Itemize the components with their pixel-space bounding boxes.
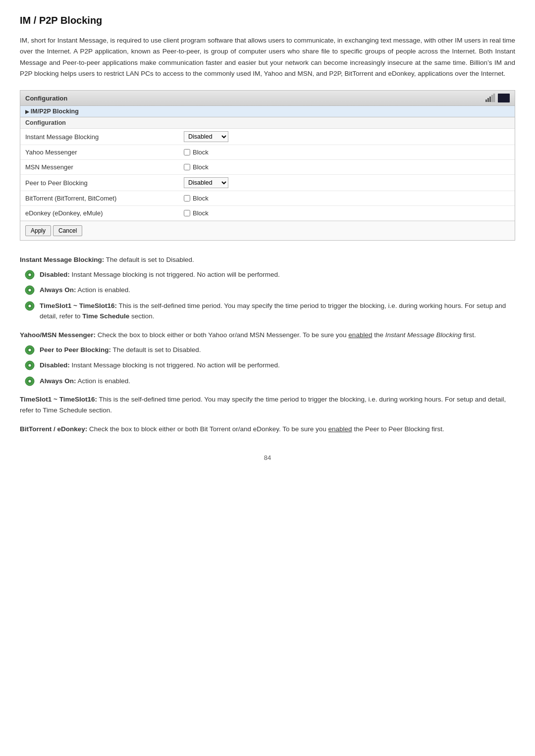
yahoo-msn-italic: Instant Message Blocking bbox=[385, 331, 462, 339]
msn-block-checkbox-label[interactable]: Block bbox=[184, 163, 209, 171]
bullet-disabled-text: Disabled: Instant Message blocking is no… bbox=[40, 269, 280, 280]
bittorrent-block-checkbox-label[interactable]: Block bbox=[184, 195, 209, 202]
bittorrent-label: BitTorrent (BitTorrent, BitComet) bbox=[25, 195, 184, 202]
svg-point-13 bbox=[29, 304, 31, 307]
bullet-disabled: Disabled: Instant Message blocking is no… bbox=[25, 269, 515, 280]
yahoo-msn-text1: Check the box to block either or both Ya… bbox=[98, 331, 349, 339]
config-sub-header: Configuration bbox=[20, 117, 515, 129]
bittorrent-text2: the Peer to Peer Blocking first. bbox=[354, 425, 444, 433]
p2p-blocking-select[interactable]: Disabled Always On TimeSlot1 TimeSlot2 bbox=[184, 177, 228, 188]
svg-rect-1 bbox=[487, 98, 489, 102]
im-blocking-desc: Instant Message Blocking: The default is… bbox=[20, 254, 515, 322]
msn-block-checkbox[interactable] bbox=[184, 164, 190, 170]
p2p-bullets-list: Peer to Peer Blocking: The default is se… bbox=[25, 345, 515, 387]
im-blocking-desc-heading: Instant Message Blocking: The default is… bbox=[20, 254, 515, 265]
yahoo-msn-text2: the bbox=[374, 331, 385, 339]
bittorrent-desc-para: BitTorrent / eDonkey: Check the box to b… bbox=[20, 424, 515, 435]
bittorrent-heading: BitTorrent / eDonkey: bbox=[20, 425, 87, 433]
timeslot-heading: TimeSlot1 ~ TimeSlot16: bbox=[20, 396, 97, 403]
cancel-button[interactable]: Cancel bbox=[53, 225, 82, 236]
p2p-blocking-label: Peer to Peer Blocking bbox=[25, 179, 184, 187]
bittorrent-text1: Check the box to block either or both Bi… bbox=[89, 425, 328, 433]
bullet-icon-p2p bbox=[25, 345, 35, 355]
svg-rect-4 bbox=[493, 94, 495, 102]
svg-rect-0 bbox=[485, 100, 487, 102]
signal-icon bbox=[485, 94, 496, 102]
msn-block-text: Block bbox=[193, 163, 209, 171]
yahoo-msn-underline: enabled bbox=[348, 331, 372, 339]
bullet-icon-p2p-disabled bbox=[25, 360, 35, 370]
im-blocking-row: Instant Message Blocking Disabled Always… bbox=[20, 129, 515, 145]
intro-paragraph: IM, short for Instant Message, is requir… bbox=[20, 35, 515, 79]
im-blocking-desc-bold: Instant Message Blocking: bbox=[20, 256, 104, 263]
bullet-p2p-disabled: Disabled: Instant Message blocking is no… bbox=[25, 360, 515, 371]
im-blocking-value: Disabled Always On TimeSlot1 TimeSlot2 bbox=[184, 131, 228, 142]
bullet-timeslot: TimeSlot1 ~ TimeSlot16: This is the self… bbox=[25, 301, 515, 322]
yahoo-block-text: Block bbox=[193, 149, 209, 156]
bittorrent-row: BitTorrent (BitTorrent, BitComet) Block bbox=[20, 191, 515, 206]
bullet-p2p-disabled-text: Disabled: Instant Message blocking is no… bbox=[40, 360, 280, 371]
svg-rect-2 bbox=[489, 97, 491, 102]
pc-icon bbox=[498, 94, 510, 102]
page-title: IM / P2P Blocking bbox=[20, 15, 515, 26]
config-panel-header: Configuration bbox=[20, 91, 515, 106]
bullet-p2p-text: Peer to Peer Blocking: The default is se… bbox=[40, 345, 201, 355]
apply-button[interactable]: Apply bbox=[25, 225, 51, 236]
svg-rect-3 bbox=[491, 95, 493, 102]
svg-point-10 bbox=[29, 289, 31, 292]
svg-point-22 bbox=[29, 380, 31, 382]
bittorrent-desc: BitTorrent / eDonkey: Check the box to b… bbox=[20, 424, 515, 435]
yahoo-messenger-value: Block bbox=[184, 149, 209, 156]
bittorrent-block-text: Block bbox=[193, 195, 209, 202]
edonkey-block-checkbox[interactable] bbox=[184, 210, 190, 216]
yahoo-msn-desc: Yahoo/MSN Messenger: Check the box to bl… bbox=[20, 330, 515, 386]
timeslot-desc: TimeSlot1 ~ TimeSlot16: This is the self… bbox=[20, 394, 515, 415]
page-number: 84 bbox=[20, 454, 515, 461]
config-panel: Configuration IM/P2P Blocking Configurat… bbox=[20, 90, 515, 241]
msn-messenger-row: MSN Messenger Block bbox=[20, 160, 515, 175]
edonkey-label: eDonkey (eDonkey, eMule) bbox=[25, 209, 184, 217]
config-buttons-row: Apply Cancel bbox=[20, 221, 515, 240]
svg-point-16 bbox=[29, 349, 31, 351]
edonkey-row: eDonkey (eDonkey, eMule) Block bbox=[20, 206, 515, 221]
msn-messenger-value: Block bbox=[184, 163, 209, 171]
bullet-p2p-blocking: Peer to Peer Blocking: The default is se… bbox=[25, 345, 515, 355]
yahoo-msn-desc-para: Yahoo/MSN Messenger: Check the box to bl… bbox=[20, 330, 515, 341]
msn-messenger-label: MSN Messenger bbox=[25, 163, 184, 171]
bullet-p2p-always-on-text: Always On: Action is enabled. bbox=[40, 376, 130, 387]
bittorrent-block-checkbox[interactable] bbox=[184, 195, 190, 202]
bullet-always-on: Always On: Action is enabled. bbox=[25, 285, 515, 296]
bullet-icon-disabled bbox=[25, 270, 35, 280]
edonkey-block-checkbox-label[interactable]: Block bbox=[184, 209, 209, 217]
svg-point-7 bbox=[29, 273, 31, 276]
yahoo-messenger-row: Yahoo Messenger Block bbox=[20, 145, 515, 160]
im-blocking-select[interactable]: Disabled Always On TimeSlot1 TimeSlot2 bbox=[184, 131, 228, 142]
yahoo-msn-heading: Yahoo/MSN Messenger: bbox=[20, 331, 96, 339]
edonkey-block-text: Block bbox=[193, 209, 209, 217]
edonkey-value: Block bbox=[184, 209, 209, 217]
bullet-icon-p2p-always-on bbox=[25, 376, 35, 386]
bittorrent-value: Block bbox=[184, 195, 209, 202]
bullet-timeslot-text: TimeSlot1 ~ TimeSlot16: This is the self… bbox=[40, 301, 515, 322]
im-bullets-list: Disabled: Instant Message blocking is no… bbox=[25, 269, 515, 322]
svg-point-19 bbox=[29, 364, 31, 367]
timeslot-desc-para: TimeSlot1 ~ TimeSlot16: This is the self… bbox=[20, 394, 515, 415]
yahoo-msn-text3: first. bbox=[463, 331, 476, 339]
bullet-icon-timeslot bbox=[25, 301, 35, 311]
bittorrent-underline: enabled bbox=[328, 425, 352, 433]
yahoo-block-checkbox[interactable] bbox=[184, 149, 190, 155]
im-blocking-desc-text: The default is set to Disabled. bbox=[106, 256, 194, 263]
section-label-row: IM/P2P Blocking bbox=[20, 106, 515, 117]
header-icons bbox=[485, 94, 510, 102]
bullet-icon-always-on bbox=[25, 285, 35, 295]
bullet-p2p-always-on: Always On: Action is enabled. bbox=[25, 376, 515, 387]
bullet-always-on-text: Always On: Action is enabled. bbox=[40, 285, 130, 296]
yahoo-messenger-label: Yahoo Messenger bbox=[25, 149, 184, 156]
yahoo-block-checkbox-label[interactable]: Block bbox=[184, 149, 209, 156]
config-panel-title: Configuration bbox=[25, 95, 67, 102]
p2p-blocking-value: Disabled Always On TimeSlot1 TimeSlot2 bbox=[184, 177, 228, 188]
im-blocking-label: Instant Message Blocking bbox=[25, 133, 184, 141]
p2p-blocking-row: Peer to Peer Blocking Disabled Always On… bbox=[20, 175, 515, 191]
